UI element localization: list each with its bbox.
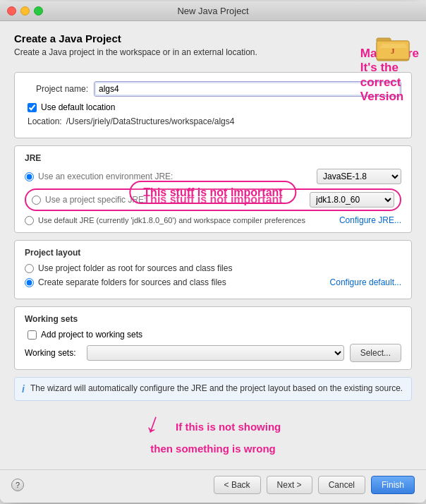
jre-not-important-wrapper: Use a project specific JRE: jdk1.8.0_60 … bbox=[25, 188, 401, 211]
finish-button[interactable]: Finish bbox=[371, 476, 415, 494]
dialog-title: Create a Java Project bbox=[14, 32, 257, 44]
configure-default-link[interactable]: Configure default... bbox=[330, 277, 401, 287]
layout-radio2-row: Create separate folders for sources and … bbox=[25, 277, 401, 287]
jre-radio3[interactable] bbox=[25, 216, 34, 225]
location-row: Location: /Users/jriely/DataStructures/w… bbox=[25, 116, 401, 126]
jre-section: JRE Use an execution environment JRE: Ja… bbox=[14, 145, 412, 233]
layout-radio2[interactable] bbox=[25, 278, 34, 287]
header-section: Create a Java Project Create a Java proj… bbox=[14, 32, 412, 64]
use-default-location-checkbox[interactable] bbox=[28, 103, 37, 112]
dialog-buttons: < Back Next > Cancel Finish bbox=[214, 476, 415, 494]
dialog-window: New Java Project Make sure It's the corr… bbox=[0, 1, 426, 503]
window-title: New Java Project bbox=[177, 6, 248, 16]
annotation-if-not: If this is not showing then something is… bbox=[150, 421, 281, 455]
jre-use-row: Use default JRE (currently 'jdk1.8.0_60'… bbox=[25, 215, 401, 225]
add-to-working-sets-row: Add project to working sets bbox=[25, 330, 401, 340]
project-name-input[interactable] bbox=[94, 81, 401, 97]
add-to-working-sets-label: Add project to working sets bbox=[41, 330, 142, 340]
jre-radio2-label: Use a project specific JRE: bbox=[45, 195, 310, 205]
jre-radio2-row: Use a project specific JRE: jdk1.8.0_60 bbox=[32, 192, 394, 208]
project-layout-title: Project layout bbox=[25, 248, 401, 258]
project-name-row: Project name: bbox=[25, 81, 401, 97]
use-default-location-label: Use default location bbox=[41, 102, 115, 112]
jre-radio1-row: Use an execution environment JRE: JavaSE… bbox=[25, 169, 401, 184]
annotation-if-not-area: ↑ If this is not showing then something … bbox=[14, 408, 412, 461]
project-name-section: Project name: Use default location Locat… bbox=[14, 72, 412, 138]
minimize-button[interactable] bbox=[20, 6, 30, 16]
working-sets-section: Working sets Add project to working sets… bbox=[14, 306, 412, 370]
dialog-subtitle: Create a Java project in the workspace o… bbox=[14, 47, 257, 57]
jre-radio1[interactable] bbox=[25, 172, 34, 181]
titlebar: New Java Project bbox=[0, 1, 426, 21]
working-sets-title: Working sets bbox=[25, 314, 401, 324]
info-message: The wizard will automatically configure … bbox=[30, 383, 403, 393]
help-button[interactable]: ? bbox=[11, 479, 24, 491]
use-default-location-row: Use default location bbox=[25, 102, 401, 112]
cancel-button[interactable]: Cancel bbox=[318, 476, 365, 494]
jre-use-default-label: Use default JRE (currently 'jdk1.8.0_60'… bbox=[38, 216, 305, 224]
layout-radio1-row: Use project folder as root for sources a… bbox=[25, 263, 401, 273]
close-button[interactable] bbox=[7, 6, 16, 16]
layout-radio1[interactable] bbox=[25, 264, 34, 273]
jre-section-wrapper: JRE Use an execution environment JRE: Ja… bbox=[14, 145, 412, 233]
jre-radio2[interactable] bbox=[32, 196, 41, 205]
jre-radio1-label: Use an execution environment JRE: bbox=[38, 172, 317, 181]
location-value: /Users/jriely/DataStructures/workspace/a… bbox=[66, 116, 235, 126]
layout-radio2-label: Create separate folders for sources and … bbox=[38, 277, 330, 287]
working-sets-label: Working sets: bbox=[25, 348, 81, 358]
project-layout-section: Project layout Use project folder as roo… bbox=[14, 240, 412, 299]
jre-dropdown[interactable]: JavaSE-1.8 bbox=[317, 169, 401, 184]
maximize-button[interactable] bbox=[34, 6, 43, 16]
arrow-up-annotation: ↑ bbox=[140, 409, 164, 444]
traffic-lights bbox=[7, 6, 43, 16]
info-row: i The wizard will automatically configur… bbox=[14, 377, 412, 401]
select-working-sets-button[interactable]: Select... bbox=[350, 344, 401, 362]
header-text: Create a Java Project Create a Java proj… bbox=[14, 32, 257, 57]
configure-jre-link[interactable]: Configure JRE... bbox=[339, 215, 401, 225]
next-button[interactable]: Next > bbox=[267, 476, 312, 494]
add-to-working-sets-checkbox[interactable] bbox=[28, 330, 37, 340]
folder-icon: J bbox=[375, 32, 412, 64]
back-button[interactable]: < Back bbox=[214, 476, 261, 494]
location-label: Location: bbox=[28, 116, 62, 126]
jre-specific-dropdown[interactable]: jdk1.8.0_60 bbox=[310, 192, 394, 208]
working-sets-input-row: Working sets: Select... bbox=[25, 344, 401, 362]
layout-radio1-label: Use project folder as root for sources a… bbox=[38, 263, 401, 273]
working-sets-dropdown[interactable] bbox=[87, 345, 344, 361]
project-name-label: Project name: bbox=[25, 84, 88, 94]
info-icon: i bbox=[22, 383, 25, 395]
button-bar: ? < Back Next > Cancel Finish bbox=[0, 469, 426, 503]
svg-text:J: J bbox=[391, 47, 395, 55]
jre-title: JRE bbox=[25, 153, 401, 163]
